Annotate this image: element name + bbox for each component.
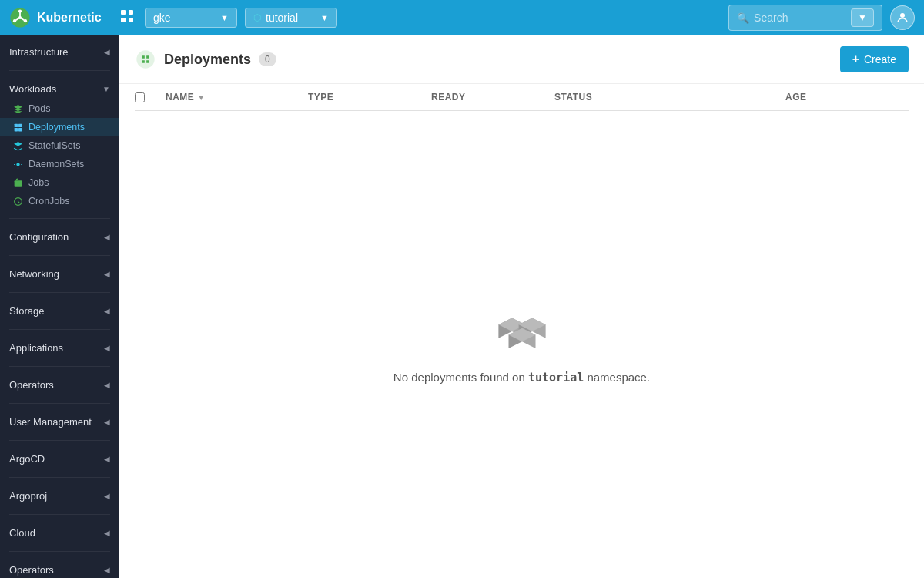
navbar: Kubernetic gke ▼ ⬡ tutorial ▼ 🔍 ▼	[0, 0, 924, 35]
sidebar-item-label-jobs: Jobs	[28, 177, 49, 188]
sidebar-section-user-management: User Management ◀	[0, 405, 119, 439]
sidebar-section-header-infrastructure[interactable]: Infrastructure ◀	[0, 42, 119, 62]
svg-point-9	[900, 13, 905, 18]
svg-rect-10	[14, 123, 17, 126]
sidebar: Infrastructure ◀ Workloads ▼ Pods Depl	[0, 35, 119, 578]
main-layout: Infrastructure ◀ Workloads ▼ Pods Depl	[0, 35, 924, 578]
search-input[interactable]	[754, 12, 846, 24]
sidebar-item-statefulsets[interactable]: StatefulSets	[0, 136, 119, 155]
chevron-cloud: ◀	[104, 529, 110, 537]
sidebar-item-jobs[interactable]: Jobs	[0, 173, 119, 192]
sidebar-item-label-daemonsets: DaemonSets	[28, 159, 84, 170]
chevron-applications: ◀	[104, 344, 110, 352]
sidebar-section-header-cloud[interactable]: Cloud ◀	[0, 523, 119, 543]
svg-point-4	[18, 16, 22, 19]
empty-text-pre: No deployments found on	[393, 371, 528, 384]
user-avatar[interactable]	[890, 5, 915, 30]
header-checkbox-cell	[135, 92, 166, 102]
search-container: 🔍 ▼	[728, 5, 882, 31]
chevron-argoproj: ◀	[104, 492, 110, 500]
chevron-storage: ◀	[104, 307, 110, 315]
statefulsets-icon	[12, 140, 23, 151]
sidebar-section-label-configuration: Configuration	[9, 231, 69, 243]
sidebar-section-workloads: Workloads ▼ Pods Deployments StatefulSe	[0, 72, 119, 217]
deployments-title-icon	[135, 49, 156, 70]
svg-point-14	[16, 163, 19, 166]
sidebar-section-header-storage[interactable]: Storage ◀	[0, 301, 119, 321]
sidebar-section-header-argocd[interactable]: ArgoCD ◀	[0, 449, 119, 469]
sidebar-section-configuration: Configuration ◀	[0, 220, 119, 254]
sidebar-section-label-operators: Operators	[9, 379, 54, 391]
sidebar-section-label-applications: Applications	[9, 342, 63, 354]
sidebar-section-header-operators2[interactable]: Operators ◀	[0, 560, 119, 578]
sidebar-section-header-applications[interactable]: Applications ◀	[0, 338, 119, 358]
namespace-icon: ⬡	[253, 12, 261, 23]
table-container: NAME ▼ TYPE READY STATUS AGE	[119, 84, 924, 111]
sidebar-section-operators: Operators ◀	[0, 368, 119, 402]
search-icon: 🔍	[737, 12, 749, 24]
create-button-label: Create	[864, 53, 896, 66]
sidebar-item-label-pods: Pods	[28, 103, 51, 114]
pods-icon	[12, 103, 23, 114]
cluster-selector[interactable]: gke ▼	[145, 8, 237, 28]
grid-icon[interactable]	[117, 6, 137, 30]
namespace-dropdown-arrow: ▼	[320, 13, 329, 22]
empty-state-icon	[495, 304, 549, 358]
jobs-icon	[12, 177, 23, 188]
sidebar-section-label-user-management: User Management	[9, 416, 92, 428]
sidebar-item-pods[interactable]: Pods	[0, 99, 119, 118]
svg-rect-12	[14, 128, 17, 131]
create-button[interactable]: + Create	[840, 46, 909, 72]
table-header-row: NAME ▼ TYPE READY STATUS AGE	[135, 84, 909, 111]
sidebar-item-daemonsets[interactable]: DaemonSets	[0, 155, 119, 173]
sidebar-section-label-infrastructure: Infrastructure	[9, 46, 69, 58]
content-title-group: Deployments 0	[135, 49, 276, 70]
sidebar-section-networking: Networking ◀	[0, 257, 119, 291]
svg-rect-13	[18, 128, 22, 131]
select-all-checkbox[interactable]	[135, 92, 145, 102]
sidebar-section-header-workloads[interactable]: Workloads ▼	[0, 79, 119, 99]
sidebar-item-cronjobs[interactable]: CronJobs	[0, 192, 119, 210]
sidebar-section-applications: Applications ◀	[0, 331, 119, 365]
sidebar-item-label-cronjobs: CronJobs	[28, 196, 70, 207]
col-header-age: AGE	[785, 92, 909, 102]
sidebar-section-label-argocd: ArgoCD	[9, 453, 45, 465]
brand-name: Kubernetic	[37, 11, 102, 25]
sidebar-section-cloud: Cloud ◀	[0, 516, 119, 549]
sidebar-section-header-argoproj[interactable]: Argoproj ◀	[0, 486, 119, 506]
namespace-selector[interactable]: ⬡ tutorial ▼	[245, 8, 337, 28]
chevron-infrastructure: ◀	[104, 48, 110, 56]
sidebar-section-label-argoproj: Argoproj	[9, 490, 47, 502]
sidebar-section-header-user-management[interactable]: User Management ◀	[0, 412, 119, 432]
content-area: Deployments 0 + Create NAME ▼ TYPE	[119, 35, 924, 578]
plus-icon: +	[852, 52, 859, 66]
svg-rect-15	[14, 180, 22, 187]
col-header-name[interactable]: NAME ▼	[166, 92, 308, 102]
chevron-user-management: ◀	[104, 418, 110, 426]
svg-point-1	[18, 10, 22, 13]
svg-rect-11	[18, 123, 22, 126]
svg-point-2	[13, 19, 16, 22]
sidebar-section-storage: Storage ◀	[0, 294, 119, 328]
sidebar-item-deployments[interactable]: Deployments	[0, 118, 119, 136]
empty-text-post: namespace.	[584, 371, 650, 384]
sidebar-section-label-workloads: Workloads	[9, 83, 56, 95]
chevron-networking: ◀	[104, 270, 110, 278]
sidebar-section-label-operators2: Operators	[9, 564, 54, 576]
sidebar-item-label-statefulsets: StatefulSets	[28, 140, 80, 151]
sidebar-section-label-storage: Storage	[9, 305, 45, 317]
svg-point-3	[24, 19, 27, 22]
cluster-dropdown-arrow: ▼	[220, 13, 229, 22]
page-title: Deployments	[164, 52, 251, 68]
col-header-ready: READY	[431, 92, 554, 102]
svg-rect-6	[129, 10, 133, 15]
sidebar-item-label-deployments: Deployments	[28, 122, 85, 133]
col-header-status: STATUS	[554, 92, 785, 102]
chevron-operators2: ◀	[104, 566, 110, 574]
sidebar-section-header-configuration[interactable]: Configuration ◀	[0, 227, 119, 247]
sidebar-section-argoproj: Argoproj ◀	[0, 479, 119, 512]
sidebar-section-header-operators[interactable]: Operators ◀	[0, 375, 119, 395]
empty-namespace: tutorial	[528, 371, 584, 385]
search-dropdown[interactable]: ▼	[851, 8, 874, 27]
sidebar-section-header-networking[interactable]: Networking ◀	[0, 264, 119, 284]
